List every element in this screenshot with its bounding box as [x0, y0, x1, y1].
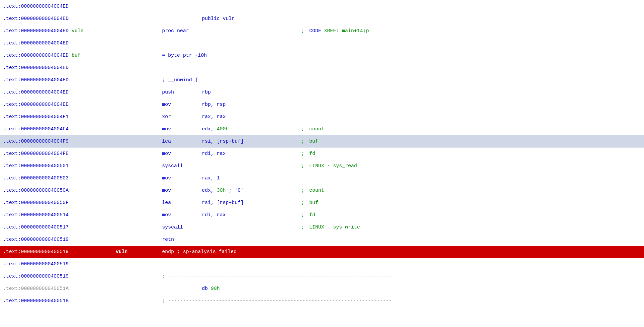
table-row[interactable]: .text:0000000000400519 retn	[0, 233, 644, 246]
table-row[interactable]: .text:00000000004004FE mov rdi, rax ; fd	[0, 148, 644, 160]
address: .text:00000000004004ED	[3, 65, 116, 71]
address: .text:000000000040050F	[3, 200, 116, 206]
address: .text:0000000000400519	[3, 249, 116, 255]
address: .text:000000000040051A	[3, 286, 116, 292]
address: .text:00000000004004EE	[3, 102, 116, 107]
address: .text:00000000004004ED vuln	[3, 28, 116, 34]
table-row[interactable]: .text:000000000040051A db 90h	[0, 283, 644, 295]
address: .text:0000000000400519	[3, 237, 116, 242]
main-container: .text:00000000004004ED .text:00000000004…	[0, 0, 644, 327]
address: .text:0000000000400519	[3, 274, 116, 279]
address: .text:00000000004004ED	[3, 4, 116, 9]
address: .text:000000000040050A	[3, 188, 116, 193]
table-row[interactable]: .text:0000000000400503 mov rax, 1	[0, 172, 644, 184]
table-row[interactable]: .text:000000000040050F lea rsi, [rsp+buf…	[0, 197, 644, 209]
address: .text:0000000000400519	[3, 261, 116, 267]
address: .text:00000000004004ED	[3, 90, 116, 95]
table-row[interactable]: .text:00000000004004ED	[0, 37, 644, 49]
code-view[interactable]: .text:00000000004004ED .text:00000000004…	[0, 0, 644, 327]
address: .text:00000000004004ED	[3, 40, 116, 46]
table-row[interactable]: .text:00000000004004F9 lea rsi, [rsp+buf…	[0, 135, 644, 148]
address: .text:00000000004004F1	[3, 114, 116, 120]
table-row[interactable]: .text:00000000004004F4 mov edx, 400h ; c…	[0, 123, 644, 135]
table-row[interactable]: .text:0000000000400501 syscall ; LINUX -…	[0, 160, 644, 172]
table-row[interactable]: .text:00000000004004ED vuln proc near ; …	[0, 25, 644, 37]
table-row[interactable]: .text:0000000000400514 mov rdi, rax ; fd	[0, 209, 644, 221]
address: .text:0000000000400501	[3, 163, 116, 169]
table-row[interactable]: .text:0000000000400519 ; ---------------…	[0, 270, 644, 283]
table-row[interactable]: .text:00000000004004ED ; __unwind {	[0, 74, 644, 86]
table-row[interactable]: .text:0000000000400519	[0, 258, 644, 270]
table-row[interactable]: .text:00000000004004ED buf = byte ptr -1…	[0, 49, 644, 62]
table-row[interactable]: .text:000000000040051B ; ---------------…	[0, 295, 644, 307]
table-row[interactable]: .text:00000000004004ED push rbp	[0, 86, 644, 98]
address: .text:0000000000400517	[3, 225, 116, 230]
address: .text:000000000040051B	[3, 298, 116, 304]
table-row[interactable]: .text:00000000004004ED	[0, 62, 644, 74]
table-row[interactable]: .text:0000000000400519 vuln endp ; sp-an…	[0, 246, 644, 258]
address: .text:00000000004004ED	[3, 16, 116, 22]
address: .text:00000000004004F4	[3, 126, 116, 132]
address: .text:0000000000400503	[3, 175, 116, 181]
table-row[interactable]: .text:000000000040050A mov edx, 30h ; '0…	[0, 184, 644, 197]
table-row[interactable]: .text:00000000004004ED	[0, 0, 644, 13]
address: .text:0000000000400514	[3, 212, 116, 218]
address: .text:00000000004004ED buf	[3, 53, 116, 58]
table-row[interactable]: .text:00000000004004F1 xor rax, rax	[0, 111, 644, 123]
table-row[interactable]: .text:0000000000400517 syscall ; LINUX -…	[0, 221, 644, 233]
address: .text:00000000004004F9	[3, 139, 116, 144]
table-row[interactable]: .text:00000000004004ED public vuln	[0, 13, 644, 25]
address: .text:00000000004004FE	[3, 151, 116, 157]
address: .text:00000000004004ED	[3, 77, 116, 83]
table-row[interactable]: .text:00000000004004EE mov rbp, rsp	[0, 98, 644, 111]
